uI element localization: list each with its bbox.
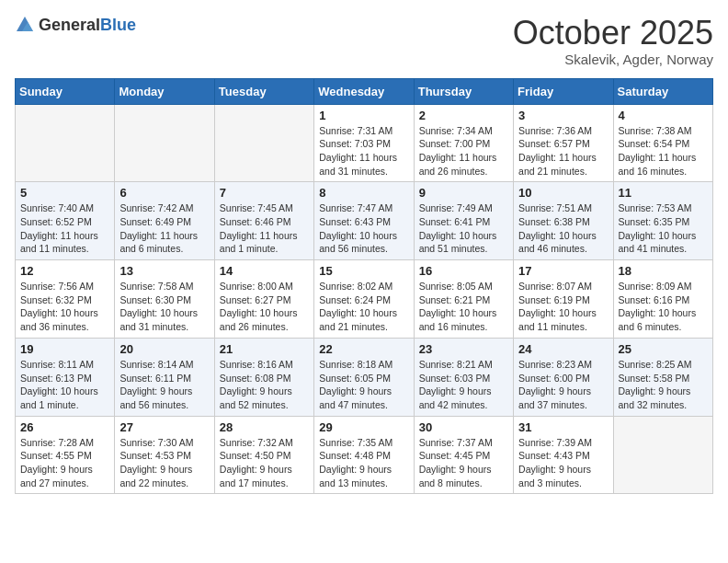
day-info: Sunrise: 7:42 AM Sunset: 6:49 PM Dayligh… — [119, 201, 209, 256]
day-info: Sunrise: 7:47 AM Sunset: 6:43 PM Dayligh… — [319, 201, 408, 256]
calendar-cell: 5Sunrise: 7:40 AM Sunset: 6:52 PM Daylig… — [16, 182, 115, 260]
day-number: 3 — [518, 109, 608, 122]
weekday-header-row: SundayMondayTuesdayWednesdayThursdayFrid… — [16, 78, 713, 104]
calendar-cell: 20Sunrise: 8:14 AM Sunset: 6:11 PM Dayli… — [115, 338, 214, 416]
day-number: 11 — [619, 186, 708, 200]
calendar-week-row: 1Sunrise: 7:31 AM Sunset: 7:03 PM Daylig… — [16, 104, 713, 182]
calendar-cell: 17Sunrise: 8:07 AM Sunset: 6:19 PM Dayli… — [514, 260, 613, 339]
calendar-cell: 9Sunrise: 7:49 AM Sunset: 6:41 PM Daylig… — [414, 182, 513, 260]
location-text: Skalevik, Agder, Norway — [513, 52, 713, 67]
day-number: 17 — [518, 264, 608, 278]
day-info: Sunrise: 8:09 AM Sunset: 6:16 PM Dayligh… — [619, 280, 708, 334]
day-info: Sunrise: 7:30 AM Sunset: 4:53 PM Dayligh… — [119, 436, 209, 490]
weekday-header-thursday: Thursday — [414, 78, 513, 104]
day-info: Sunrise: 8:11 AM Sunset: 6:13 PM Dayligh… — [20, 358, 109, 412]
day-number: 15 — [319, 264, 408, 278]
day-info: Sunrise: 7:39 AM Sunset: 4:43 PM Dayligh… — [518, 436, 608, 490]
logo-blue-text: Blue — [100, 17, 136, 33]
month-title: October 2025 — [513, 15, 713, 52]
day-number: 7 — [220, 186, 309, 200]
day-number: 9 — [419, 186, 508, 200]
calendar-cell: 18Sunrise: 8:09 AM Sunset: 6:16 PM Dayli… — [613, 260, 712, 339]
calendar-cell: 21Sunrise: 8:16 AM Sunset: 6:08 PM Dayli… — [214, 338, 313, 416]
day-info: Sunrise: 8:25 AM Sunset: 5:58 PM Dayligh… — [619, 358, 708, 412]
day-number: 10 — [518, 186, 608, 200]
calendar-cell: 29Sunrise: 7:35 AM Sunset: 4:48 PM Dayli… — [314, 416, 414, 494]
calendar-cell: 6Sunrise: 7:42 AM Sunset: 6:49 PM Daylig… — [115, 182, 214, 260]
day-info: Sunrise: 8:21 AM Sunset: 6:03 PM Dayligh… — [419, 358, 508, 412]
day-number: 29 — [319, 420, 408, 434]
day-number: 6 — [119, 186, 209, 200]
day-number: 27 — [119, 420, 209, 434]
calendar-cell: 15Sunrise: 8:02 AM Sunset: 6:24 PM Dayli… — [314, 260, 414, 339]
calendar-cell: 4Sunrise: 7:38 AM Sunset: 6:54 PM Daylig… — [613, 104, 712, 182]
day-number: 2 — [419, 109, 508, 122]
day-info: Sunrise: 7:45 AM Sunset: 6:46 PM Dayligh… — [220, 201, 309, 256]
day-number: 13 — [119, 264, 209, 278]
calendar-cell: 14Sunrise: 8:00 AM Sunset: 6:27 PM Dayli… — [214, 260, 313, 339]
calendar-cell: 23Sunrise: 8:21 AM Sunset: 6:03 PM Dayli… — [414, 338, 513, 416]
day-number: 30 — [419, 420, 508, 434]
calendar-cell: 16Sunrise: 8:05 AM Sunset: 6:21 PM Dayli… — [414, 260, 513, 339]
weekday-header-wednesday: Wednesday — [314, 78, 414, 104]
calendar-week-row: 19Sunrise: 8:11 AM Sunset: 6:13 PM Dayli… — [16, 338, 713, 416]
day-number: 20 — [119, 342, 209, 356]
day-info: Sunrise: 7:36 AM Sunset: 6:57 PM Dayligh… — [518, 124, 608, 178]
calendar-cell: 26Sunrise: 7:28 AM Sunset: 4:55 PM Dayli… — [16, 416, 115, 494]
day-number: 21 — [220, 342, 309, 356]
calendar-week-row: 12Sunrise: 7:56 AM Sunset: 6:32 PM Dayli… — [16, 260, 713, 339]
page-header: GeneralBlue October 2025 Skalevik, Agder… — [15, 15, 713, 67]
weekday-header-friday: Friday — [514, 78, 613, 104]
day-info: Sunrise: 8:18 AM Sunset: 6:05 PM Dayligh… — [319, 358, 408, 412]
calendar-cell: 11Sunrise: 7:53 AM Sunset: 6:35 PM Dayli… — [613, 182, 712, 260]
day-number: 16 — [419, 264, 508, 278]
calendar-cell — [115, 104, 214, 182]
day-info: Sunrise: 8:16 AM Sunset: 6:08 PM Dayligh… — [220, 358, 309, 412]
weekday-header-tuesday: Tuesday — [214, 78, 313, 104]
calendar-cell: 7Sunrise: 7:45 AM Sunset: 6:46 PM Daylig… — [214, 182, 313, 260]
day-number: 5 — [20, 186, 109, 200]
calendar-cell: 19Sunrise: 8:11 AM Sunset: 6:13 PM Dayli… — [16, 338, 115, 416]
day-info: Sunrise: 7:32 AM Sunset: 4:50 PM Dayligh… — [220, 436, 309, 490]
calendar-cell — [613, 416, 712, 494]
calendar-cell: 8Sunrise: 7:47 AM Sunset: 6:43 PM Daylig… — [314, 182, 414, 260]
day-info: Sunrise: 7:51 AM Sunset: 6:38 PM Dayligh… — [518, 201, 608, 256]
day-number: 19 — [20, 342, 109, 356]
day-number: 14 — [220, 264, 309, 278]
calendar-cell: 10Sunrise: 7:51 AM Sunset: 6:38 PM Dayli… — [514, 182, 613, 260]
logo-general-text: General — [39, 17, 100, 33]
weekday-header-monday: Monday — [115, 78, 214, 104]
calendar-cell: 31Sunrise: 7:39 AM Sunset: 4:43 PM Dayli… — [514, 416, 613, 494]
day-info: Sunrise: 7:28 AM Sunset: 4:55 PM Dayligh… — [20, 436, 109, 490]
day-info: Sunrise: 8:23 AM Sunset: 6:00 PM Dayligh… — [518, 358, 608, 412]
calendar-cell: 22Sunrise: 8:18 AM Sunset: 6:05 PM Dayli… — [314, 338, 414, 416]
day-number: 22 — [319, 342, 408, 356]
day-info: Sunrise: 7:49 AM Sunset: 6:41 PM Dayligh… — [419, 201, 508, 256]
day-info: Sunrise: 7:53 AM Sunset: 6:35 PM Dayligh… — [619, 201, 708, 256]
calendar-week-row: 5Sunrise: 7:40 AM Sunset: 6:52 PM Daylig… — [16, 182, 713, 260]
calendar-cell — [16, 104, 115, 182]
calendar-cell: 24Sunrise: 8:23 AM Sunset: 6:00 PM Dayli… — [514, 338, 613, 416]
calendar-cell: 28Sunrise: 7:32 AM Sunset: 4:50 PM Dayli… — [214, 416, 313, 494]
weekday-header-saturday: Saturday — [613, 78, 712, 104]
logo-icon — [15, 15, 35, 35]
calendar-cell — [214, 104, 313, 182]
day-info: Sunrise: 7:38 AM Sunset: 6:54 PM Dayligh… — [619, 124, 708, 178]
calendar-table: SundayMondayTuesdayWednesdayThursdayFrid… — [15, 78, 713, 495]
day-number: 24 — [518, 342, 608, 356]
title-block: October 2025 Skalevik, Agder, Norway — [513, 15, 713, 67]
day-info: Sunrise: 7:34 AM Sunset: 7:00 PM Dayligh… — [419, 124, 508, 178]
calendar-cell: 3Sunrise: 7:36 AM Sunset: 6:57 PM Daylig… — [514, 104, 613, 182]
day-number: 23 — [419, 342, 508, 356]
calendar-cell: 25Sunrise: 8:25 AM Sunset: 5:58 PM Dayli… — [613, 338, 712, 416]
calendar-cell: 27Sunrise: 7:30 AM Sunset: 4:53 PM Dayli… — [115, 416, 214, 494]
day-number: 26 — [20, 420, 109, 434]
day-number: 4 — [619, 109, 708, 122]
day-info: Sunrise: 7:35 AM Sunset: 4:48 PM Dayligh… — [319, 436, 408, 490]
day-info: Sunrise: 7:40 AM Sunset: 6:52 PM Dayligh… — [20, 201, 109, 256]
day-info: Sunrise: 8:02 AM Sunset: 6:24 PM Dayligh… — [319, 280, 408, 334]
day-number: 1 — [319, 109, 408, 122]
day-number: 25 — [619, 342, 708, 356]
day-number: 12 — [20, 264, 109, 278]
calendar-cell: 1Sunrise: 7:31 AM Sunset: 7:03 PM Daylig… — [314, 104, 414, 182]
